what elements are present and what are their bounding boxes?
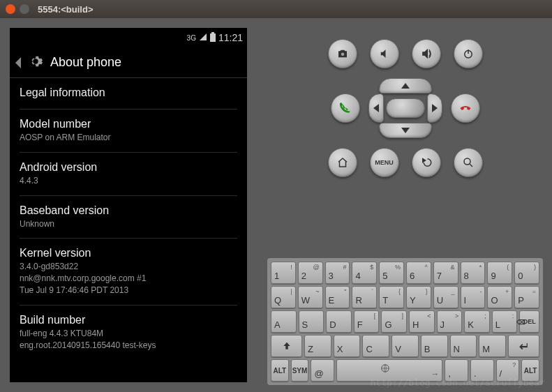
settings-item[interactable]: Android version4.4.3: [20, 153, 237, 196]
search-button[interactable]: [454, 148, 483, 177]
key-,[interactable]: ,: [445, 359, 468, 382]
power-button[interactable]: [454, 39, 483, 68]
key-enter[interactable]: [508, 335, 539, 357]
key-e[interactable]: E": [325, 286, 350, 308]
svg-rect-0: [211, 32, 214, 33]
key-v[interactable]: V: [391, 335, 419, 357]
svg-point-5: [464, 158, 470, 165]
call-button[interactable]: [331, 93, 360, 123]
key-u[interactable]: U_: [433, 286, 458, 308]
key-0[interactable]: 0): [514, 262, 539, 284]
settings-item[interactable]: Legal information: [20, 78, 237, 110]
window-close-button[interactable]: [6, 4, 15, 14]
key-7[interactable]: 7&: [433, 262, 458, 284]
settings-item-title: Legal information: [20, 86, 237, 99]
key-shift[interactable]: [271, 335, 302, 357]
key-t[interactable]: T{: [379, 286, 404, 308]
key-sym[interactable]: SYM: [291, 359, 309, 382]
emulator-screen-frame: 3G 11:21 About phone Legal informationMo…: [0, 18, 258, 392]
key-n[interactable]: N: [450, 335, 477, 357]
key-/[interactable]: /?: [496, 359, 520, 382]
settings-item[interactable]: Baseband versionUnknown: [20, 196, 237, 239]
key-w[interactable]: W~: [298, 286, 323, 308]
key-3[interactable]: 3#: [325, 262, 350, 284]
android-status-bar[interactable]: 3G 11:21: [10, 28, 247, 47]
key-at[interactable]: @: [311, 359, 334, 382]
hardware-keyboard: 1!2@3#4$5%6^7&8*9(0)Q|W~E"R`T{Y}U_I-O+P=…: [267, 258, 543, 385]
dpad-left-button[interactable]: [368, 93, 384, 123]
dpad-up-button[interactable]: [379, 78, 432, 93]
clock: 11:21: [218, 32, 243, 43]
key-l[interactable]: L:: [492, 310, 518, 333]
key-space[interactable]: →: [336, 359, 442, 382]
key-q[interactable]: Q|: [271, 286, 296, 308]
key-c[interactable]: C: [362, 335, 389, 357]
key-alt-right[interactable]: ALT: [521, 359, 539, 382]
settings-item-subtitle: AOSP on ARM Emulator: [20, 132, 237, 144]
dpad-down-button[interactable]: [379, 123, 432, 138]
settings-item[interactable]: Model numberAOSP on ARM Emulator: [20, 110, 237, 153]
end-call-button[interactable]: [451, 93, 480, 123]
network-indicator: 3G: [187, 34, 196, 42]
key-g[interactable]: G]: [381, 310, 407, 333]
window-title: 5554:<build>: [38, 4, 93, 15]
back-caret-icon[interactable]: [15, 57, 21, 68]
action-bar: About phone: [10, 47, 247, 78]
key-b[interactable]: B: [421, 335, 448, 357]
settings-item-subtitle: 3.4.0-gd853d22 nnk@nnk.mtv.corp.google.c…: [20, 261, 237, 296]
key-h[interactable]: H<: [409, 310, 435, 333]
key-6[interactable]: 6^: [406, 262, 431, 284]
key-x[interactable]: X: [334, 335, 361, 357]
key-r[interactable]: R`: [352, 286, 377, 308]
key-k[interactable]: K;: [464, 310, 490, 333]
window-minimize-button[interactable]: [20, 4, 29, 14]
volume-up-button[interactable]: [412, 39, 441, 68]
key-5[interactable]: 5%: [379, 262, 404, 284]
settings-item-title: Kernel version: [20, 247, 237, 259]
home-button[interactable]: [328, 148, 357, 177]
key-j[interactable]: J>: [437, 310, 463, 333]
camera-button[interactable]: [328, 39, 357, 68]
key-y[interactable]: Y}: [406, 286, 431, 308]
key-1[interactable]: 1!: [271, 262, 296, 284]
battery-icon: [210, 32, 216, 44]
back-button[interactable]: [412, 148, 441, 177]
settings-item-title: Baseband version: [20, 204, 237, 217]
key-i[interactable]: I-: [461, 286, 486, 308]
settings-item-subtitle: full-eng 4.4.3 KTU84M eng.root.20140915.…: [20, 328, 237, 352]
key-.[interactable]: .: [470, 359, 494, 382]
dpad-right-button[interactable]: [427, 93, 442, 123]
settings-item-title: Android version: [20, 161, 237, 174]
settings-item[interactable]: Build numberfull-eng 4.4.3 KTU84M eng.ro…: [20, 306, 237, 360]
key-4[interactable]: 4$: [352, 262, 377, 284]
key-2[interactable]: 2@: [298, 262, 323, 284]
key-delete[interactable]: DEL⌫: [519, 310, 539, 333]
settings-list[interactable]: Legal informationModel numberAOSP on ARM…: [10, 78, 247, 359]
window-titlebar: 5554:<build>: [0, 0, 552, 18]
dpad-center-button[interactable]: [386, 98, 425, 118]
page-title: About phone: [50, 55, 121, 70]
key-p[interactable]: P=: [514, 286, 539, 308]
key-9[interactable]: 9(: [487, 262, 512, 284]
signal-icon: [199, 33, 207, 43]
key-a[interactable]: A: [271, 310, 297, 333]
volume-down-button[interactable]: [370, 39, 399, 68]
key-z[interactable]: Z: [304, 335, 331, 357]
svg-line-6: [470, 164, 472, 167]
key-f[interactable]: F[: [354, 310, 380, 333]
key-alt-left[interactable]: ALT: [271, 359, 289, 382]
key-m[interactable]: M: [479, 335, 506, 357]
settings-item-subtitle: 4.4.3: [20, 175, 237, 187]
svg-rect-1: [210, 33, 216, 42]
phone-screen[interactable]: 3G 11:21 About phone Legal informationMo…: [10, 28, 247, 382]
settings-item[interactable]: Kernel version3.4.0-gd853d22 nnk@nnk.mtv…: [20, 239, 237, 305]
settings-gear-icon[interactable]: [28, 54, 43, 72]
key-o[interactable]: O+: [487, 286, 512, 308]
key-8[interactable]: 8*: [461, 262, 486, 284]
key-s[interactable]: S: [299, 310, 325, 333]
key-d[interactable]: D: [326, 310, 352, 333]
settings-item-subtitle: Unknown: [20, 218, 237, 230]
settings-item-title: Model number: [20, 118, 237, 130]
svg-point-2: [341, 53, 344, 56]
menu-button[interactable]: MENU: [370, 148, 399, 177]
